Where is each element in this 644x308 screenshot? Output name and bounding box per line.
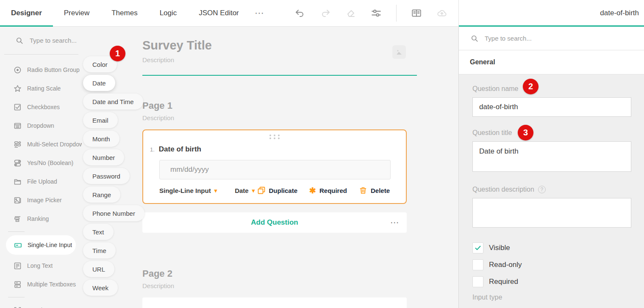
page-menu-icon[interactable]: ⋯	[390, 212, 400, 233]
chevron-down-icon: ▾	[252, 188, 255, 193]
flyout-item-number[interactable]: Number	[83, 149, 124, 165]
required-button[interactable]: ✱ Required	[309, 187, 347, 195]
flyout-item-month[interactable]: Month	[83, 131, 119, 147]
property-grid-toggle-button[interactable]	[411, 8, 422, 19]
toolbox-item-ranking[interactable]: Ranking	[0, 209, 82, 228]
toolbox-item-label: Yes/No (Boolean)	[27, 160, 73, 166]
property-search[interactable]: Type to search...	[459, 27, 644, 50]
tab-designer[interactable]: Designer	[0, 0, 53, 26]
question-card-selected[interactable]: 1. Date of birth Single-Line Input ▾ Dat…	[142, 129, 407, 204]
tab-themes[interactable]: Themes	[100, 0, 148, 26]
toolbox-group-divider	[8, 297, 25, 297]
page1-title[interactable]: Page 1	[142, 100, 407, 111]
save-button[interactable]	[436, 8, 447, 19]
flyout-item-week[interactable]: Week	[83, 280, 118, 296]
tab-logic-label: Logic	[160, 9, 177, 17]
readonly-checkbox[interactable]	[472, 259, 483, 270]
required-checkbox-row[interactable]: Required	[472, 276, 631, 287]
page2-header[interactable]: Page 2 Description	[142, 268, 407, 289]
duplicate-icon	[257, 186, 266, 195]
toolbox-item-rating-scale[interactable]: Rating Scale	[0, 79, 82, 98]
property-panel: Type to search... General Question name …	[458, 27, 644, 308]
tab-json-editor[interactable]: JSON Editor	[188, 0, 250, 26]
add-question-button[interactable]: Add Question	[251, 218, 298, 227]
undo-button[interactable]	[294, 8, 305, 19]
survey-description[interactable]: Description	[142, 56, 407, 63]
visible-checkbox-row[interactable]: Visible	[472, 242, 631, 253]
toolbox-search[interactable]: Type to search...	[0, 27, 82, 54]
readonly-label: Read-only	[489, 261, 522, 269]
page2-title[interactable]: Page 2	[142, 268, 407, 279]
tab-preview-label: Preview	[64, 9, 89, 17]
flyout-item-date-and-time[interactable]: Date and Time	[83, 94, 143, 110]
input-type-value: Date	[235, 187, 249, 194]
page1-header[interactable]: Page 1 Description	[142, 100, 407, 121]
flyout-item-url[interactable]: URL	[83, 261, 114, 277]
drag-handle-icon[interactable]	[269, 135, 280, 139]
readonly-checkbox-row[interactable]: Read-only	[472, 259, 631, 270]
required-label: Required	[319, 187, 347, 194]
flyout-item-label: Time	[92, 247, 106, 254]
survey-logo-placeholder[interactable]	[392, 45, 406, 59]
toolbox-item-boolean[interactable]: Yes/No (Boolean)	[0, 154, 82, 172]
flyout-item-label: Range	[92, 191, 111, 198]
duplicate-button[interactable]: Duplicate	[257, 186, 298, 195]
toolbox-item-long-text[interactable]: Long Text	[0, 256, 82, 275]
flyout-item-date[interactable]: Date	[83, 75, 115, 91]
survey-column: Survey Title Description Page 1 Descript…	[142, 27, 407, 308]
visible-checkbox[interactable]	[472, 242, 483, 253]
tab-preview[interactable]: Preview	[53, 0, 100, 26]
settings-button[interactable]	[371, 8, 382, 19]
delete-button[interactable]: Delete	[359, 186, 390, 195]
survey-header-underline	[142, 75, 417, 76]
tab-logic[interactable]: Logic	[149, 0, 188, 26]
undo-icon	[295, 8, 305, 18]
page2-description[interactable]: Description	[142, 282, 407, 289]
page1-description[interactable]: Description	[142, 114, 407, 121]
panel-icon	[14, 306, 22, 308]
question-name-field[interactable]	[472, 97, 631, 117]
flyout-item-text[interactable]: Text	[83, 224, 114, 240]
chevron-down-icon: ▾	[214, 188, 217, 193]
question-title[interactable]: Date of birth	[159, 145, 201, 154]
question-title-field[interactable]: Date of birth	[472, 141, 631, 172]
flyout-item-email[interactable]: Email	[83, 112, 118, 128]
flyout-item-label: Email	[92, 117, 108, 124]
input-type-dropdown[interactable]: Date ▾	[235, 187, 255, 194]
flyout-item-label: Phone Number	[92, 210, 135, 217]
required-checkbox[interactable]	[472, 276, 483, 287]
toolbox-item-multiple-textboxes[interactable]: Multiple Textboxes	[0, 275, 82, 294]
help-icon[interactable]: ?	[538, 186, 546, 193]
redo-button[interactable]	[320, 8, 331, 19]
question-toolbar: Single-Line Input ▾ Date ▾ Duplicate	[159, 186, 390, 195]
flyout-item-label: Week	[92, 284, 108, 292]
toolbox-item-label: Rating Scale	[27, 85, 61, 92]
toolbox-item-radio-button-group[interactable]: Radio Button Group	[0, 60, 82, 79]
toolbox-item-single-line-input[interactable]: Single-Line Input	[6, 235, 76, 255]
page2-add-question-row-partial[interactable]	[142, 297, 407, 308]
survey-title[interactable]: Survey Title	[142, 38, 407, 52]
multi-select-dropdown-icon	[14, 140, 22, 148]
cloud-upload-icon	[436, 8, 447, 19]
more-tabs-icon[interactable]: ⋯	[250, 0, 269, 26]
question-type-dropdown[interactable]: Single-Line Input ▾	[159, 187, 217, 194]
toolbox-item-file-upload[interactable]: File Upload	[0, 172, 82, 191]
long-text-icon	[14, 262, 22, 270]
toolbox-item-checkboxes[interactable]: Checkboxes	[0, 98, 82, 116]
toolbox-item-image-picker[interactable]: Image Picker	[0, 191, 82, 209]
flyout-item-phone-number[interactable]: Phone Number	[83, 205, 144, 221]
general-section-header[interactable]: General	[459, 50, 644, 74]
toolbox-item-panel[interactable]: Panel	[0, 301, 82, 308]
toolbox-item-dropdown[interactable]: Dropdown	[0, 116, 82, 135]
flyout-item-range[interactable]: Range	[83, 187, 120, 203]
flyout-item-password[interactable]: Password	[83, 168, 130, 184]
question-date-input[interactable]	[159, 160, 391, 179]
required-asterisk-icon: ✱	[309, 187, 316, 195]
annotation-badge-3: 3	[518, 125, 533, 140]
toolbox-item-multi-select-dropdown[interactable]: Multi-Select Dropdown	[0, 135, 82, 154]
question-description-field[interactable]	[472, 198, 631, 228]
survey-creator-app: Designer Preview Themes Logic JSON Edito…	[0, 0, 644, 308]
survey-header[interactable]: Survey Title Description	[142, 27, 407, 76]
flyout-item-time[interactable]: Time	[83, 242, 116, 258]
clear-button[interactable]	[345, 8, 356, 19]
